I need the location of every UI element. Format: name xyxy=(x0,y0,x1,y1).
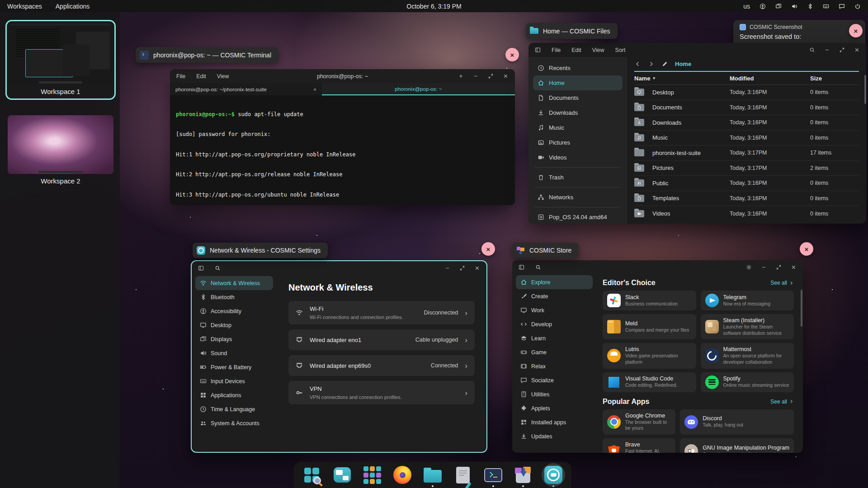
store-item-relax[interactable]: Relax xyxy=(516,359,593,373)
settings-item-power[interactable]: Power & Battery xyxy=(195,360,273,374)
settings-item-accounts[interactable]: System & Accounts xyxy=(195,416,273,430)
store-item-create[interactable]: Create xyxy=(516,289,593,303)
settings-item-desktop[interactable]: Desktop xyxy=(195,318,273,332)
store-item-applets[interactable]: Applets xyxy=(516,401,593,415)
app-card-gimp[interactable]: GNU Image Manipulation ProgramCreate ima… xyxy=(680,438,794,453)
new-tab-icon[interactable] xyxy=(458,73,464,79)
dock-app-library[interactable] xyxy=(363,465,382,485)
app-card-discord[interactable]: DiscordTalk, play, hang out xyxy=(680,409,794,435)
minimize-icon[interactable] xyxy=(444,265,450,271)
close-icon[interactable] xyxy=(503,73,509,79)
store-item-installed[interactable]: Installed apps xyxy=(516,415,593,429)
file-row-pictures[interactable]: Pictures Today, 3:17PM2 items xyxy=(634,161,859,176)
sidebar-item-music[interactable]: Music xyxy=(533,120,623,135)
app-card-steam[interactable]: Steam (Installer)Launcher for the Steam … xyxy=(701,314,794,339)
workspace-2-thumbnail[interactable] xyxy=(8,115,113,174)
files-menu-sort[interactable]: Sort xyxy=(615,47,626,53)
search-icon[interactable] xyxy=(215,265,221,271)
dock-text-editor[interactable] xyxy=(453,465,473,485)
dock-settings[interactable] xyxy=(543,465,563,485)
maximize-icon[interactable] xyxy=(776,264,782,270)
close-icon[interactable] xyxy=(474,265,480,271)
dock-terminal[interactable] xyxy=(483,465,503,485)
see-all-link[interactable]: See all xyxy=(770,280,794,286)
sidebar-item-popos-drive[interactable]: Pop_OS 24.04 amd64 xyxy=(533,210,623,224)
dock-files[interactable] xyxy=(423,465,443,485)
files-window-pill[interactable]: Home — COSMIC Files xyxy=(526,23,618,39)
settings-window-pill[interactable]: Network & Wireless - COSMIC Settings xyxy=(193,243,328,258)
sidebar-item-pictures[interactable]: Pictures xyxy=(533,135,623,150)
workspaces-menu[interactable]: Workspaces xyxy=(7,3,42,10)
files-overview-close-button[interactable]: × xyxy=(849,24,863,38)
files-menu-edit[interactable]: Edit xyxy=(571,47,581,53)
sidebar-item-videos[interactable]: Videos xyxy=(533,150,623,165)
edit-path-icon[interactable] xyxy=(661,61,668,67)
settings-item-displays[interactable]: Displays xyxy=(195,332,273,346)
settings-item-time[interactable]: Time & Language xyxy=(195,402,273,416)
file-row-downloads[interactable]: Downloads Today, 3:16PM0 items xyxy=(634,115,859,131)
minimize-icon[interactable] xyxy=(824,47,830,53)
terminal-tab-home[interactable]: phoronix@pop-os: ~ xyxy=(322,83,515,95)
maximize-icon[interactable] xyxy=(488,73,494,79)
close-icon[interactable] xyxy=(791,264,797,270)
keyboard-layout-indicator[interactable]: us xyxy=(743,3,750,10)
column-modified[interactable]: Modified xyxy=(730,75,810,82)
sidebar-item-home[interactable]: Home xyxy=(533,75,623,90)
app-card-telegram[interactable]: TelegramNow era of messaging xyxy=(701,291,794,310)
app-card-mattermost[interactable]: MattermostAn open source platform for de… xyxy=(701,343,794,368)
notifications-icon[interactable] xyxy=(839,3,845,9)
maximize-icon[interactable] xyxy=(839,47,845,53)
bluetooth-icon[interactable] xyxy=(807,3,813,9)
store-item-learn[interactable]: Learn xyxy=(516,331,593,345)
settings-overview-close-button[interactable]: × xyxy=(481,242,495,256)
volume-icon[interactable] xyxy=(791,3,797,9)
files-menu-view[interactable]: View xyxy=(592,47,604,53)
store-item-updates[interactable]: Updates xyxy=(516,429,593,443)
power-icon[interactable] xyxy=(854,3,861,9)
sidebar-toggle-icon[interactable] xyxy=(535,47,541,53)
workspace-2-card[interactable]: Workspace 2 xyxy=(8,115,113,185)
minimize-icon[interactable] xyxy=(761,264,767,270)
close-icon[interactable] xyxy=(854,47,860,53)
file-row-music[interactable]: Music Today, 3:16PM0 items xyxy=(634,131,859,146)
file-row-public[interactable]: Public Today, 3:16PM0 items xyxy=(634,176,859,191)
clock-applet[interactable]: October 6, 3:19 PM xyxy=(406,3,461,10)
column-size[interactable]: Size xyxy=(810,75,859,82)
files-menu-file[interactable]: File xyxy=(552,47,561,53)
app-card-meld[interactable]: MeldCompare and merge your files xyxy=(603,314,696,339)
store-item-socialize[interactable]: Socialize xyxy=(516,373,593,387)
wired-eno1-row[interactable]: Wired adapter eno1 Cable unplugged › xyxy=(288,329,475,350)
minimize-icon[interactable] xyxy=(473,73,479,79)
settings-item-applications[interactable]: Applications xyxy=(195,388,273,402)
app-card-vscode[interactable]: Visual Studio CodeCode editing. Redefine… xyxy=(603,372,696,392)
sidebar-toggle-icon[interactable] xyxy=(198,265,204,271)
sidebar-item-downloads[interactable]: Downloads xyxy=(533,105,623,120)
file-row-documents[interactable]: Documents Today, 3:16PM0 items xyxy=(634,100,859,116)
terminal-menu-file[interactable]: File xyxy=(176,73,185,80)
sidebar-item-documents[interactable]: Documents xyxy=(533,90,623,105)
store-item-utilities[interactable]: Utilities xyxy=(516,387,593,401)
terminal-output[interactable]: phoronix@pop-os:~$ sudo apt-file update … xyxy=(170,95,515,205)
search-icon[interactable] xyxy=(809,47,815,53)
dock-store[interactable] xyxy=(513,465,533,485)
tab-close-icon[interactable]: × xyxy=(313,87,316,92)
files-window[interactable]: File Edit View Sort Recents Home Documen… xyxy=(528,43,866,224)
tiling-applet-icon[interactable] xyxy=(775,3,782,9)
store-window[interactable]: Explore Create Work Develop Learn Game R… xyxy=(512,260,803,453)
vpn-row[interactable]: VPNVPN connections and connection profil… xyxy=(288,381,475,404)
terminal-overview-close-button[interactable]: × xyxy=(505,48,519,61)
file-row-templates[interactable]: Templates Today, 3:16PM0 items xyxy=(634,191,859,206)
file-row-videos[interactable]: Videos Today, 3:16PM0 items xyxy=(634,206,859,221)
store-item-game[interactable]: Game xyxy=(516,345,593,359)
settings-item-network[interactable]: Network & Wireless xyxy=(195,276,273,290)
app-card-lutris[interactable]: LutrisVideo game preservation platform xyxy=(603,343,696,368)
store-item-work[interactable]: Work xyxy=(516,303,593,317)
dock-firefox[interactable] xyxy=(392,465,412,485)
column-name[interactable]: Name xyxy=(634,75,650,82)
settings-item-sound[interactable]: Sound xyxy=(195,346,273,360)
breadcrumb[interactable]: Home xyxy=(675,61,691,67)
sidebar-toggle-icon[interactable] xyxy=(519,264,524,270)
settings-window[interactable]: Network & Wireless Bluetooth Accessibili… xyxy=(191,260,487,453)
terminal-window-pill[interactable]: phoronix@pop-os: ~ — COSMIC Terminal xyxy=(136,47,278,63)
sidebar-item-trash[interactable]: Trash xyxy=(533,170,623,185)
